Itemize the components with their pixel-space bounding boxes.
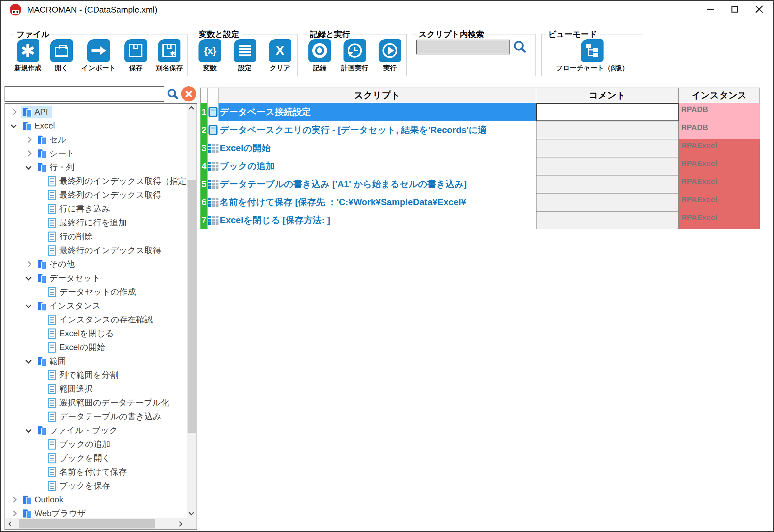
chevron-icon[interactable] xyxy=(25,274,31,280)
chevron-icon[interactable] xyxy=(25,302,31,308)
script-cell[interactable]: 名前を付けて保存 [保存先 ：'C:¥Work¥SampleData¥Excel… xyxy=(218,193,536,211)
save-as-button[interactable]: 別名保存 xyxy=(156,39,183,72)
scroll-up-icon[interactable] xyxy=(189,106,194,112)
tree-search-icon[interactable] xyxy=(167,89,176,99)
tree-item[interactable]: ブックの追加 xyxy=(5,437,187,451)
tree-item[interactable]: ブックを開く xyxy=(5,451,187,465)
open-button[interactable]: 開く xyxy=(50,39,73,72)
tree-item[interactable]: 列で範囲を分割 xyxy=(5,368,187,382)
comment-cell[interactable] xyxy=(536,139,679,157)
vertical-scroll-thumb[interactable] xyxy=(187,180,196,433)
record-button[interactable]: 記録 xyxy=(308,39,331,72)
scheduled-run-label: 計画実行 xyxy=(341,63,368,72)
scroll-left-icon[interactable] xyxy=(8,521,14,527)
group-label-file: ファイル xyxy=(14,29,52,40)
tree-item-label: Outlook xyxy=(34,495,63,505)
scroll-down-icon[interactable] xyxy=(189,510,194,516)
script-cell[interactable]: データテーブルの書き込み ['A1' から始まるセルの書き込み] xyxy=(218,175,536,193)
chevron-icon[interactable] xyxy=(25,164,31,169)
tree-item[interactable]: 最終行のインデックス取得 xyxy=(5,243,187,257)
scheduled-run-button[interactable]: 計画実行 xyxy=(341,39,368,72)
tree-item-label: ブックの追加 xyxy=(59,439,110,450)
chevron-icon[interactable] xyxy=(11,122,16,128)
chevron-icon[interactable] xyxy=(25,427,31,432)
header-script: スクリプト xyxy=(218,88,536,103)
variables-button[interactable]: {x} 変数 xyxy=(198,39,221,72)
instance-cell: RPAExcel xyxy=(679,211,760,229)
run-button[interactable]: 実行 xyxy=(378,39,401,72)
tree-item[interactable]: 選択範囲のデータテーブル化 xyxy=(5,396,187,410)
tree-item[interactable]: 行に書き込み xyxy=(5,202,187,216)
tree-item[interactable]: 範囲 xyxy=(5,354,187,368)
tree-item[interactable]: データテーブルの書き込み xyxy=(5,410,187,423)
tree-item[interactable]: 最終行に行を追加 xyxy=(5,216,187,230)
import-button[interactable]: インポート xyxy=(81,39,116,72)
maximize-button[interactable] xyxy=(722,1,747,18)
tree-item[interactable]: 範囲選択 xyxy=(5,382,187,396)
comment-cell[interactable] xyxy=(536,157,679,175)
script-cell[interactable]: データベースクエリの実行 - [データセット, 結果を'Records'に適 xyxy=(218,121,536,139)
chevron-icon[interactable] xyxy=(25,357,31,363)
chevron-icon[interactable] xyxy=(25,261,31,267)
script-search-input[interactable] xyxy=(416,40,510,54)
tree-item[interactable]: インスタンスの存在確認 xyxy=(5,313,187,327)
tree-item[interactable]: Outlook xyxy=(5,493,187,507)
settings-button[interactable]: 設定 xyxy=(234,39,256,72)
script-cell[interactable]: Excelの開始 xyxy=(218,139,536,157)
search-icon[interactable] xyxy=(514,41,524,51)
chevron-icon[interactable] xyxy=(25,137,31,142)
tree-item[interactable]: 最終列のインデックス取得 xyxy=(5,188,187,202)
tree-horizontal-scrollbar[interactable] xyxy=(5,518,196,529)
settings-menu-icon xyxy=(234,39,256,62)
tree-item[interactable]: シート xyxy=(5,147,187,160)
script-cell[interactable]: Excelを閉じる [保存方法: ] xyxy=(218,211,536,229)
flowchart-view-button[interactable]: フローチャート（β版） xyxy=(556,39,628,72)
tree-item[interactable]: インスタンス xyxy=(5,299,187,313)
chevron-icon[interactable] xyxy=(25,150,31,156)
tree-item[interactable]: ファイル・ブック xyxy=(5,423,187,437)
tree-item[interactable]: Webブラウザ xyxy=(5,507,187,518)
tree-search-clear-button[interactable] xyxy=(181,86,196,101)
new-file-button[interactable]: 新規作成 xyxy=(14,39,42,72)
tree-item[interactable]: セル xyxy=(5,133,187,147)
tree-item-label: ブックを保存 xyxy=(59,480,110,491)
row-number: 7 xyxy=(200,211,207,229)
tree-item[interactable]: データセット xyxy=(5,271,187,285)
clear-button[interactable]: X クリア xyxy=(269,39,291,72)
tree-item[interactable]: 行の削除 xyxy=(5,230,187,243)
horizontal-scroll-thumb[interactable] xyxy=(19,519,155,528)
save-button[interactable]: 保存 xyxy=(124,39,147,72)
chevron-icon[interactable] xyxy=(11,497,16,502)
comment-cell[interactable] xyxy=(536,211,679,229)
script-cell[interactable]: ブックの追加 xyxy=(218,157,536,175)
command-tree: API Excel セル xyxy=(5,105,187,518)
scroll-right-icon[interactable] xyxy=(177,521,183,527)
clear-x-icon: X xyxy=(269,39,291,62)
comment-cell[interactable] xyxy=(536,121,679,139)
minimize-button[interactable] xyxy=(698,1,722,18)
comment-cell[interactable] xyxy=(536,175,679,193)
tree-item[interactable]: 名前を付けて保存 xyxy=(5,465,187,479)
script-cell[interactable]: データベース接続設定 xyxy=(218,103,536,121)
comment-cell[interactable] xyxy=(536,103,679,121)
tree-item[interactable]: Excel xyxy=(5,119,187,133)
tree-search-input[interactable] xyxy=(5,86,164,102)
comment-cell[interactable] xyxy=(536,193,679,211)
save-as-label: 別名保存 xyxy=(156,63,183,72)
chevron-icon[interactable] xyxy=(11,510,16,516)
toolbar-group-variables: 変数と設定 {x} 変数 設定 X クリア xyxy=(192,34,298,76)
run-play-icon xyxy=(378,39,401,62)
tree-vertical-scrollbar[interactable] xyxy=(187,104,196,518)
tree-item[interactable]: ブックを保存 xyxy=(5,479,187,493)
tree-item[interactable]: Excelの開始 xyxy=(5,340,187,354)
tree-item[interactable]: Excelを閉じる xyxy=(5,327,187,340)
tree-item[interactable]: その他 xyxy=(5,257,187,271)
record-icon xyxy=(308,39,331,62)
flowchart-label: フローチャート（β版） xyxy=(556,63,628,72)
tree-item[interactable]: API xyxy=(5,105,187,119)
chevron-icon[interactable] xyxy=(11,109,16,115)
tree-item[interactable]: 行・列 xyxy=(5,160,187,174)
tree-item[interactable]: データセットの作成 xyxy=(5,285,187,299)
tree-item[interactable]: 最終列のインデックス取得（指定し xyxy=(5,174,187,188)
close-button[interactable] xyxy=(747,1,771,18)
